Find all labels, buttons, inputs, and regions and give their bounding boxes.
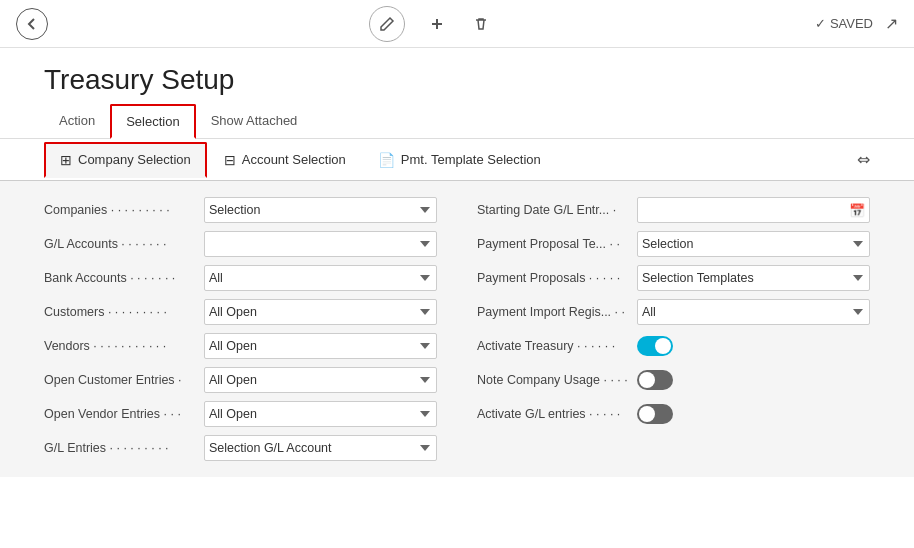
form-row-payment-proposal-te: Payment Proposal Te... · · SelectionAll — [477, 229, 870, 259]
form-row-payment-import-regis: Payment Import Regis... · · AllSelection — [477, 297, 870, 327]
company-selection-icon: ⊞ — [60, 152, 72, 168]
select-payment-import-regis[interactable]: AllSelection — [637, 299, 870, 325]
select-payment-proposal-te[interactable]: SelectionAll — [637, 231, 870, 257]
left-form-column: Companies · · · · · · · · · SelectionAll… — [44, 195, 437, 463]
page-title: Treasury Setup — [44, 64, 870, 96]
label-vendors: Vendors · · · · · · · · · · · — [44, 339, 204, 353]
tab-selection[interactable]: Selection — [110, 104, 195, 139]
sub-tab-account-selection[interactable]: ⊟ Account Selection — [209, 143, 361, 177]
select-gl-entries[interactable]: Selection G/L AccountAllSelection — [204, 435, 437, 461]
checkmark-icon: ✓ — [815, 16, 826, 31]
label-customers: Customers · · · · · · · · · — [44, 305, 204, 319]
label-gl-accounts: G/L Accounts · · · · · · · — [44, 237, 204, 251]
toolbar-left — [16, 8, 48, 40]
tab-show-attached[interactable]: Show Attached — [196, 104, 313, 139]
label-activate-gl-entries: Activate G/L entries · · · · · — [477, 407, 637, 421]
input-starting-date[interactable] — [642, 203, 849, 217]
saved-status: ✓ SAVED — [815, 16, 873, 31]
form-row-customers: Customers · · · · · · · · · All OpenAllS… — [44, 297, 437, 327]
label-starting-date: Starting Date G/L Entr... · — [477, 203, 637, 217]
select-vendors[interactable]: All OpenAllSelection — [204, 333, 437, 359]
select-open-customer-entries[interactable]: All OpenAllSelection — [204, 367, 437, 393]
tab-action[interactable]: Action — [44, 104, 110, 139]
form-row-gl-accounts: G/L Accounts · · · · · · · AllSelection — [44, 229, 437, 259]
label-note-company-usage: Note Company Usage · · · · — [477, 373, 637, 387]
form-row-open-vendor-entries: Open Vendor Entries · · · All OpenAllSel… — [44, 399, 437, 429]
back-button[interactable] — [16, 8, 48, 40]
content-area: Companies · · · · · · · · · SelectionAll… — [0, 181, 914, 477]
form-row-starting-date: Starting Date G/L Entr... · 📅 — [477, 195, 870, 225]
label-payment-proposals: Payment Proposals · · · · · — [477, 271, 637, 285]
toggle-activate-treasury[interactable] — [637, 336, 673, 356]
form-row-companies: Companies · · · · · · · · · SelectionAll… — [44, 195, 437, 225]
form-row-bank-accounts: Bank Accounts · · · · · · · AllSelection — [44, 263, 437, 293]
form-row-activate-gl-entries: Activate G/L entries · · · · · — [477, 399, 870, 429]
label-bank-accounts: Bank Accounts · · · · · · · — [44, 271, 204, 285]
label-open-customer-entries: Open Customer Entries · — [44, 373, 204, 387]
page-title-area: Treasury Setup — [0, 48, 914, 104]
sub-tab-action-icon[interactable]: ⇔ — [857, 150, 870, 169]
form-row-note-company-usage: Note Company Usage · · · · — [477, 365, 870, 395]
select-bank-accounts[interactable]: AllSelection — [204, 265, 437, 291]
select-open-vendor-entries[interactable]: All OpenAllSelection — [204, 401, 437, 427]
form-row-activate-treasury: Activate Treasury · · · · · · — [477, 331, 870, 361]
sub-tabs: ⊞ Company Selection ⊟ Account Selection … — [0, 139, 914, 181]
toggle-activate-gl-entries[interactable] — [637, 404, 673, 424]
label-payment-import-regis: Payment Import Regis... · · — [477, 305, 637, 319]
select-companies[interactable]: SelectionAllSpecific — [204, 197, 437, 223]
form-row-payment-proposals: Payment Proposals · · · · · Selection Te… — [477, 263, 870, 293]
label-activate-treasury: Activate Treasury · · · · · · — [477, 339, 637, 353]
sub-tab-company-selection[interactable]: ⊞ Company Selection — [44, 142, 207, 178]
toolbar-center — [369, 6, 493, 42]
pmt-template-icon: 📄 — [378, 152, 395, 168]
select-gl-accounts[interactable]: AllSelection — [204, 231, 437, 257]
form-row-open-customer-entries: Open Customer Entries · All OpenAllSelec… — [44, 365, 437, 395]
expand-button[interactable]: ↗ — [885, 14, 898, 33]
select-payment-proposals[interactable]: Selection TemplatesAllSelection — [637, 265, 870, 291]
select-customers[interactable]: All OpenAllSelection — [204, 299, 437, 325]
label-payment-proposal-te: Payment Proposal Te... · · — [477, 237, 637, 251]
right-form-column: Starting Date G/L Entr... · 📅 Payment Pr… — [477, 195, 870, 463]
edit-button[interactable] — [369, 6, 405, 42]
toggle-note-company-usage[interactable] — [637, 370, 673, 390]
form-row-gl-entries: G/L Entries · · · · · · · · · Selection … — [44, 433, 437, 463]
toolbar-right: ✓ SAVED ↗ — [815, 14, 898, 33]
delete-button[interactable] — [469, 12, 493, 36]
label-open-vendor-entries: Open Vendor Entries · · · — [44, 407, 204, 421]
main-tabs: Action Selection Show Attached — [0, 104, 914, 139]
label-companies: Companies · · · · · · · · · — [44, 203, 204, 217]
calendar-icon: 📅 — [849, 203, 865, 218]
label-gl-entries: G/L Entries · · · · · · · · · — [44, 441, 204, 455]
sub-tab-pmt-template-selection[interactable]: 📄 Pmt. Template Selection — [363, 143, 556, 177]
toolbar: ✓ SAVED ↗ — [0, 0, 914, 48]
account-selection-icon: ⊟ — [224, 152, 236, 168]
add-button[interactable] — [425, 12, 449, 36]
form-row-vendors: Vendors · · · · · · · · · · · All OpenAl… — [44, 331, 437, 361]
